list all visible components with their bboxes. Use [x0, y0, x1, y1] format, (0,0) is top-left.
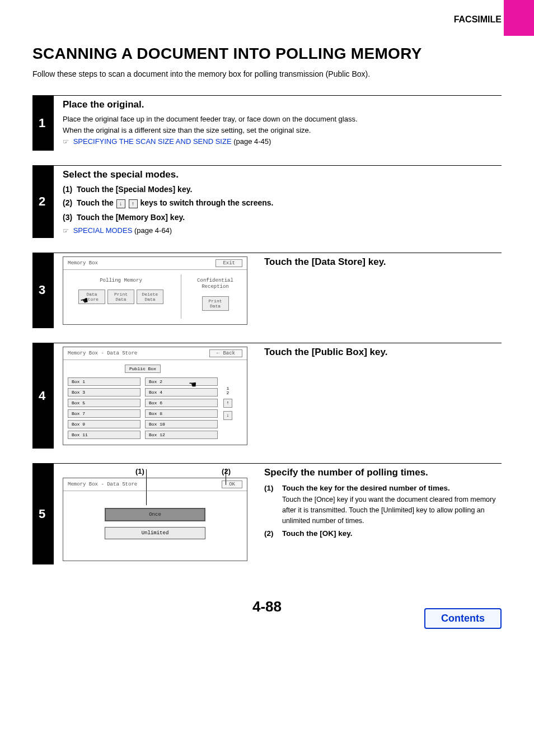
box-4-button[interactable]: Box 4: [145, 388, 218, 396]
print-data-button[interactable]: Print Data: [107, 290, 134, 304]
reference-icon: ☞: [63, 227, 69, 235]
exit-button[interactable]: Exit: [216, 259, 242, 267]
box-10-button[interactable]: Box 10: [145, 420, 218, 428]
box-5-button[interactable]: Box 5: [68, 399, 140, 407]
back-button[interactable]: ←Back: [209, 349, 242, 357]
intro-text: Follow these steps to scan a document in…: [32, 69, 502, 78]
unlimited-button[interactable]: Unlimited: [105, 527, 205, 539]
contents-button[interactable]: Contents: [424, 608, 502, 629]
step-1: 1 Place the original. Place the original…: [32, 95, 502, 151]
scroll-up-button[interactable]: ↑: [223, 399, 232, 408]
callout-1: (1): [135, 467, 144, 475]
step-3: 3 Memory Box Exit Polling Memory Data St…: [32, 253, 502, 328]
step-4: 4 Memory Box - Data Store ←Back Public B…: [32, 343, 502, 449]
step-2-item-2-pre: Touch the: [77, 198, 116, 207]
screen-title: Memory Box - Data Store: [68, 482, 137, 487]
step-1-text-b: When the original is a different size th…: [63, 126, 311, 134]
screen-title: Memory Box: [68, 260, 98, 266]
step-2-heading: Select the special modes.: [63, 169, 502, 180]
step-5: 5 (1) (2) Memory Box - Data Store OK: [32, 463, 502, 564]
step-5-heading: Specify the number of polling times.: [264, 467, 502, 478]
box-6-button[interactable]: Box 6: [145, 399, 218, 407]
confidential-reception-label: Confidential Reception: [189, 278, 241, 291]
steps-list: 1 Place the original. Place the original…: [32, 95, 502, 564]
step-2-item-3: Touch the [Memory Box] key.: [77, 213, 185, 222]
step-1-text-a: Place the original face up in the docume…: [63, 115, 358, 123]
polling-times-screen: Memory Box - Data Store OK Once Unlimite…: [63, 478, 247, 561]
up-arrow-key-icon: ↑: [129, 199, 138, 208]
step-1-heading: Place the original.: [63, 99, 502, 110]
box-11-button[interactable]: Box 11: [68, 431, 140, 439]
step-number-badge: 5: [32, 463, 54, 564]
box-7-button[interactable]: Box 7: [68, 409, 140, 418]
step-number-badge: 2: [32, 165, 54, 237]
step-5-sub2: Touch the [OK] key.: [282, 529, 502, 538]
polling-memory-label: Polling Memory: [69, 278, 173, 284]
reference-icon: ☞: [63, 137, 69, 147]
page-title: SCANNING A DOCUMENT INTO POLLING MEMORY: [32, 45, 502, 63]
step-5-sub1-body: Touch the [Once] key if you want the doc…: [282, 494, 502, 526]
step-2-item-2-post: keys to switch through the screens.: [140, 198, 273, 207]
public-box-button[interactable]: Public Box: [125, 365, 161, 373]
box-1-button[interactable]: Box 1: [68, 377, 140, 386]
touch-cursor-icon: ☚: [189, 379, 196, 390]
down-arrow-key-icon: ↓: [116, 199, 125, 208]
link-special-modes[interactable]: SPECIAL MODES: [73, 226, 133, 235]
step-3-heading: Touch the [Data Store] key.: [264, 256, 386, 268]
box-12-button[interactable]: Box 12: [145, 431, 218, 439]
section-label: FACSIMILE: [32, 15, 502, 25]
step-number-badge: 4: [32, 343, 54, 449]
memory-box-screen: Memory Box Exit Polling Memory Data Stor…: [63, 256, 247, 325]
step-2: 2 Select the special modes. (1) Touch th…: [32, 165, 502, 237]
box-2-button[interactable]: Box 2: [145, 377, 218, 386]
once-button[interactable]: Once: [105, 508, 205, 521]
scroll-down-button[interactable]: ↓: [223, 411, 232, 420]
step-2-item-1: Touch the [Special Modes] key.: [77, 185, 192, 194]
step-5-sub1: Touch the key for the desired number of …: [282, 484, 502, 492]
box-9-button[interactable]: Box 9: [68, 420, 140, 428]
ok-button[interactable]: OK: [222, 480, 242, 488]
print-data-button-2[interactable]: Print Data: [202, 296, 229, 311]
data-store-screen: Memory Box - Data Store ←Back Public Box…: [63, 347, 247, 445]
box-3-button[interactable]: Box 3: [68, 388, 140, 396]
link-suffix: (page 4-45): [232, 137, 271, 146]
box-8-button[interactable]: Box 8: [145, 409, 218, 418]
step-number-badge: 1: [32, 95, 54, 151]
step-number-badge: 3: [32, 253, 54, 328]
screen-title: Memory Box - Data Store: [68, 351, 137, 356]
delete-data-button[interactable]: Delete Data: [137, 290, 163, 304]
link-scan-size[interactable]: SPECIFYING THE SCAN SIZE AND SEND SIZE: [73, 137, 232, 146]
callout-2: (2): [222, 467, 231, 475]
step-4-heading: Touch the [Public Box] key.: [264, 347, 387, 358]
